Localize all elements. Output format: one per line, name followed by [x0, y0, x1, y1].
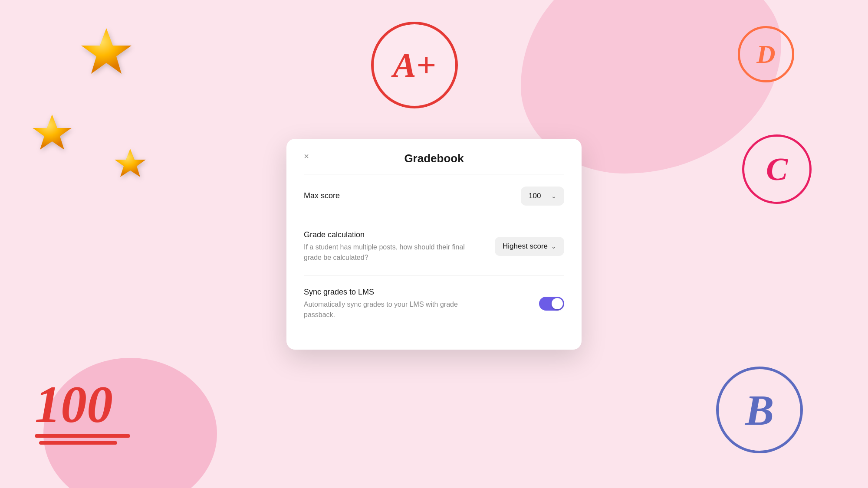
grade-calculation-content: Grade calculation If a student has multi… [304, 230, 495, 263]
max-score-row: Max score 100 ⌄ [304, 187, 564, 206]
max-score-dropdown[interactable]: 100 ⌄ [521, 187, 564, 206]
sync-grades-row: Sync grades to LMS Automatically sync gr… [304, 288, 564, 320]
max-score-value: 100 [529, 192, 541, 200]
sync-grades-section: Sync grades to LMS Automatically sync gr… [304, 275, 564, 332]
grade-calculation-dropdown[interactable]: Highest score ⌄ [495, 237, 564, 256]
max-score-section: Max score 100 ⌄ [304, 174, 564, 218]
dialog-overlay: × Gradebook Max score 100 ⌄ Grade calcul… [0, 0, 868, 488]
grade-calculation-row: Grade calculation If a student has multi… [304, 230, 564, 263]
chevron-down-icon: ⌄ [551, 193, 556, 200]
close-button[interactable]: × [299, 149, 313, 163]
grade-calculation-desc: If a student has multiple posts, how sho… [304, 242, 469, 263]
grade-calculation-label: Grade calculation [304, 230, 495, 239]
sync-grades-desc: Automatically sync grades to your LMS wi… [304, 299, 469, 320]
toggle-knob [552, 298, 563, 309]
grade-calculation-section: Grade calculation If a student has multi… [304, 218, 564, 275]
sync-grades-label: Sync grades to LMS [304, 288, 539, 297]
dialog-body: Max score 100 ⌄ Grade calculation If a s… [286, 174, 582, 350]
sync-grades-content: Sync grades to LMS Automatically sync gr… [304, 288, 539, 320]
gradebook-dialog: × Gradebook Max score 100 ⌄ Grade calcul… [286, 139, 582, 350]
dialog-title: Gradebook [404, 152, 464, 165]
grade-calculation-value: Highest score [503, 242, 548, 251]
sync-grades-toggle-wrapper [539, 297, 564, 311]
max-score-label: Max score [304, 191, 340, 200]
sync-grades-toggle[interactable] [539, 297, 564, 311]
dialog-header: × Gradebook [286, 139, 582, 174]
chevron-down-icon-2: ⌄ [551, 243, 556, 250]
